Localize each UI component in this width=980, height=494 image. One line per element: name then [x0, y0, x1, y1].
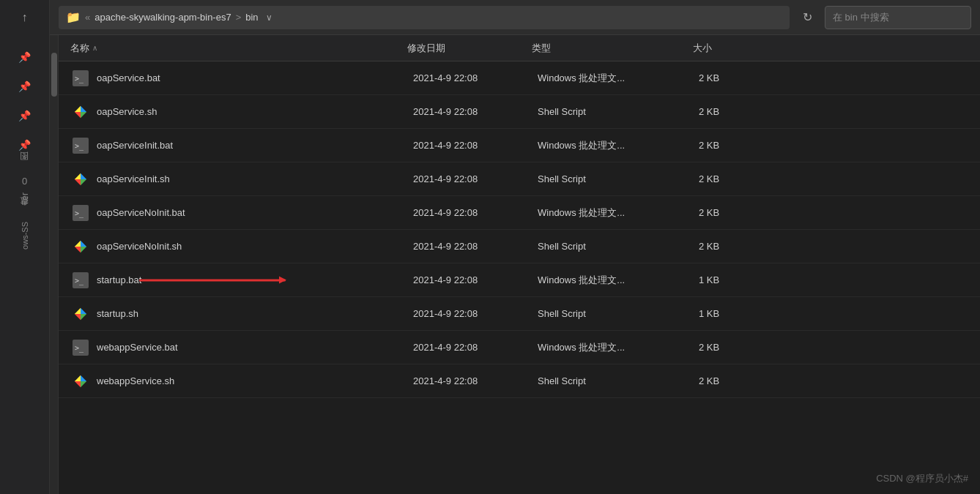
svg-marker-33: [75, 381, 81, 387]
svg-marker-24: [81, 307, 86, 313]
table-row[interactable]: >_ oapService.bat2021-4-9 22:08Windows 批…: [59, 61, 980, 95]
table-row[interactable]: oapServiceInit.sh2021-4-9 22:08Shell Scr…: [59, 162, 980, 196]
watermark: CSDN @程序员小杰#: [876, 472, 968, 485]
table-row[interactable]: >_ startup.bat2021-4-9 22:08Windows 批处理文…: [59, 263, 980, 297]
col-header-name: 名称 ∧: [70, 42, 407, 55]
col-header-size: 大小: [693, 42, 766, 55]
file-area: 名称 ∧ 修改日期 类型 大小 >_ oapService.bat2021-4-…: [50, 35, 980, 494]
svg-text:>_: >_: [75, 209, 84, 218]
svg-marker-10: [81, 173, 86, 179]
sidebar: ↑ 📌 📌 📌 📌 图 0 ller 盘 ows-SS: [0, 0, 50, 494]
table-row[interactable]: oapServiceNoInit.sh2021-4-9 22:08Shell S…: [59, 230, 980, 263]
file-date: 2021-4-9 22:08: [413, 342, 538, 353]
file-type: Shell Script: [538, 241, 699, 252]
file-size: 2 KB: [699, 207, 772, 218]
scroll-thumb[interactable]: [51, 53, 57, 97]
sh-file-icon: [70, 102, 91, 122]
breadcrumb-separator-1: «: [85, 12, 90, 23]
sh-file-icon: [70, 371, 91, 392]
svg-marker-34: [75, 375, 81, 381]
file-date: 2021-4-9 22:08: [413, 173, 538, 184]
col-header-date: 修改日期: [407, 42, 532, 55]
file-type: Shell Script: [538, 308, 699, 319]
file-name: oapService.bat: [97, 72, 413, 83]
file-size: 2 KB: [699, 173, 772, 184]
file-list-container: 名称 ∧ 修改日期 类型 大小 >_ oapService.bat2021-4-…: [59, 35, 980, 494]
breadcrumb-parent[interactable]: apache-skywalking-apm-bin-es7: [94, 12, 231, 23]
file-size: 1 KB: [699, 274, 772, 285]
file-date: 2021-4-9 22:08: [413, 274, 538, 285]
column-headers: 名称 ∧ 修改日期 类型 大小: [59, 35, 980, 61]
file-size: 2 KB: [699, 342, 772, 353]
up-button[interactable]: ↑: [13, 6, 37, 29]
svg-marker-26: [75, 314, 81, 320]
bat-file-icon: >_: [70, 270, 91, 291]
table-row[interactable]: webappService.sh2021-4-9 22:08Shell Scri…: [59, 364, 980, 398]
file-size: 1 KB: [699, 308, 772, 319]
svg-text:>_: >_: [75, 344, 84, 353]
svg-text:>_: >_: [75, 277, 84, 285]
col-header-type: 类型: [532, 42, 693, 55]
main-panel: 📁 « apache-skywalking-apm-bin-es7 > bin …: [50, 0, 980, 494]
breadcrumb-current[interactable]: bin: [245, 12, 258, 23]
svg-marker-3: [81, 105, 86, 111]
file-name: startup.sh: [97, 308, 413, 319]
file-name: oapServiceNoInit.sh: [97, 241, 413, 252]
file-name: webappService.bat: [97, 342, 413, 353]
svg-marker-6: [75, 105, 81, 111]
file-name: webappService.sh: [97, 375, 413, 386]
file-date: 2021-4-9 22:08: [413, 308, 538, 319]
file-date: 2021-4-9 22:08: [413, 241, 538, 252]
svg-marker-17: [81, 240, 86, 246]
breadcrumb-arrow: >: [236, 12, 242, 23]
pin-button-1[interactable]: 📌: [10, 44, 40, 70]
file-date: 2021-4-9 22:08: [413, 106, 538, 117]
file-date: 2021-4-9 22:08: [413, 207, 538, 218]
table-row[interactable]: >_ oapServiceNoInit.bat2021-4-9 22:08Win…: [59, 196, 980, 230]
file-type: Shell Script: [538, 173, 699, 184]
svg-marker-19: [75, 247, 81, 252]
sidebar-label-3: ller: [20, 192, 30, 204]
table-row[interactable]: >_ webappService.bat2021-4-9 22:08Window…: [59, 331, 980, 364]
svg-text:>_: >_: [75, 142, 84, 151]
table-row[interactable]: >_ oapServiceInit.bat2021-4-9 22:08Windo…: [59, 129, 980, 162]
bat-file-icon: >_: [70, 135, 91, 156]
file-type: Shell Script: [538, 375, 699, 386]
file-type: Shell Script: [538, 106, 699, 117]
file-date: 2021-4-9 22:08: [413, 72, 538, 83]
file-name: oapServiceNoInit.bat: [97, 207, 413, 218]
svg-marker-13: [75, 173, 81, 179]
file-date: 2021-4-9 22:08: [413, 375, 538, 386]
file-type: Windows 批处理文...: [538, 341, 699, 354]
file-size: 2 KB: [699, 140, 772, 151]
sh-file-icon: [70, 236, 91, 257]
file-name: oapServiceInit.sh: [97, 173, 413, 184]
table-row[interactable]: oapService.sh2021-4-9 22:08Shell Script2…: [59, 95, 980, 129]
svg-marker-32: [81, 381, 86, 387]
scroll-sidebar: [50, 35, 59, 494]
refresh-button[interactable]: ↻: [795, 6, 819, 29]
svg-text:>_: >_: [75, 75, 84, 83]
svg-marker-12: [75, 179, 81, 185]
file-type: Windows 批处理文...: [538, 139, 699, 152]
file-type: Windows 批处理文...: [538, 72, 699, 85]
svg-marker-25: [81, 314, 86, 320]
sidebar-label-5: ows-SS: [21, 222, 29, 250]
sort-arrow-name: ∧: [92, 44, 97, 52]
svg-marker-5: [75, 112, 81, 118]
file-type: Windows 批处理文...: [538, 274, 699, 287]
address-bar: 📁 « apache-skywalking-apm-bin-es7 > bin …: [50, 0, 980, 35]
pin-button-2[interactable]: 📌: [10, 73, 40, 100]
breadcrumb[interactable]: 📁 « apache-skywalking-apm-bin-es7 > bin …: [59, 6, 790, 29]
pin-button-3[interactable]: 📌: [10, 102, 40, 129]
sh-file-icon: [70, 169, 91, 190]
breadcrumb-dropdown-icon[interactable]: ∨: [266, 12, 272, 23]
bat-file-icon: >_: [70, 68, 91, 89]
table-row[interactable]: startup.sh2021-4-9 22:08Shell Script1 KB: [59, 297, 980, 331]
svg-marker-18: [81, 247, 86, 252]
file-size: 2 KB: [699, 375, 772, 386]
file-date: 2021-4-9 22:08: [413, 140, 538, 151]
sh-file-icon: [70, 304, 91, 324]
search-input[interactable]: [825, 6, 971, 29]
pin-button-4[interactable]: 📌: [10, 132, 40, 158]
